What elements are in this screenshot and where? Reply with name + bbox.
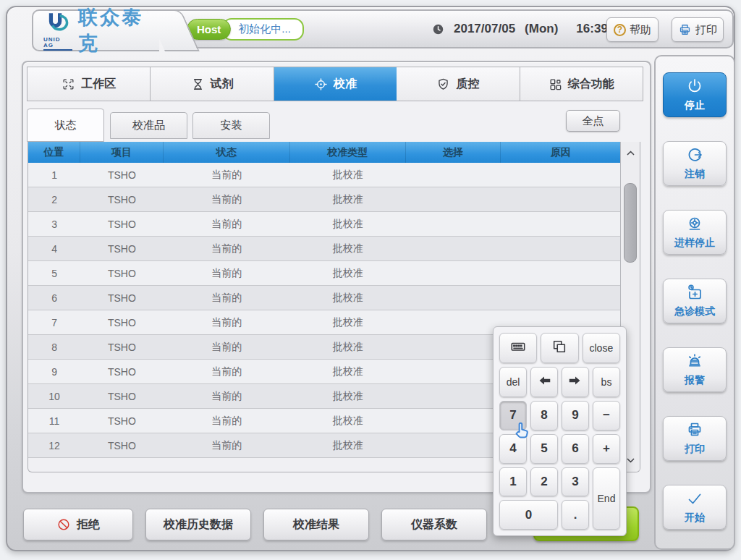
- key-label: End: [598, 493, 616, 504]
- table-cell: [501, 163, 621, 187]
- table-cell: 批校准: [290, 163, 406, 187]
- table-cell: TSHO: [80, 286, 164, 310]
- print-button-header[interactable]: 打印: [672, 17, 724, 42]
- cursor-left-key[interactable]: [530, 367, 558, 397]
- button-label: 停止: [685, 99, 705, 112]
- tab-qc[interactable]: 质控: [397, 67, 520, 101]
- decimal-point-key[interactable]: .: [562, 500, 589, 530]
- table-cell: 批校准: [290, 286, 406, 310]
- table-cell: 当前的: [164, 335, 290, 359]
- arrow-right-icon: [567, 373, 583, 392]
- key-label: 2: [541, 475, 547, 489]
- help-button[interactable]: ? 帮助: [606, 17, 659, 42]
- key-1[interactable]: 1: [499, 467, 527, 497]
- key-8[interactable]: 8: [530, 401, 558, 430]
- weekday-text: (Mon): [525, 22, 558, 36]
- alarm-button[interactable]: 报警: [663, 347, 727, 392]
- end-key[interactable]: End: [593, 467, 620, 530]
- print-button[interactable]: 打印: [663, 416, 727, 461]
- button-label: 校准结果: [293, 517, 339, 533]
- table-cell: 9: [28, 360, 80, 383]
- logout-button[interactable]: 注销: [663, 141, 727, 186]
- button-label: 打印: [685, 443, 705, 456]
- virtual-keyboard-key[interactable]: [499, 333, 537, 363]
- cal-results-button[interactable]: 校准结果: [263, 509, 369, 540]
- button-label: 开始: [685, 512, 705, 525]
- table-cell: TSHO: [80, 433, 164, 457]
- reject-button[interactable]: 拒绝: [23, 509, 133, 540]
- subtab-label: 校准品: [132, 119, 165, 132]
- key-3[interactable]: 3: [562, 467, 589, 497]
- table-cell: 当前的: [164, 237, 290, 260]
- table-cell: [406, 360, 501, 383]
- delete-key[interactable]: del: [499, 367, 527, 397]
- sidebar: 停止注销进样停止急诊模式报警打印开始: [654, 55, 735, 550]
- subtab-status[interactable]: 状态: [27, 109, 104, 142]
- key-label: close: [589, 342, 613, 354]
- table-row[interactable]: 1TSHO当前的批校准: [28, 163, 621, 187]
- key-9[interactable]: 9: [562, 401, 589, 430]
- key-4[interactable]: 4: [499, 434, 527, 464]
- key-label: 4: [509, 441, 516, 456]
- table-cell: 6: [28, 286, 80, 310]
- table-cell: 批校准: [290, 433, 406, 457]
- backspace-key[interactable]: bs: [593, 367, 620, 397]
- key-2[interactable]: 2: [530, 467, 558, 497]
- button-label: 急诊模式: [674, 305, 715, 318]
- button-label: 拒绝: [77, 517, 100, 533]
- tab-reagent[interactable]: 试剂: [151, 67, 274, 101]
- key-6[interactable]: 6: [562, 434, 589, 464]
- tab-workspace[interactable]: 工作区: [27, 67, 151, 101]
- tab-calibration[interactable]: 校准: [274, 67, 397, 101]
- key-7[interactable]: 7: [499, 401, 527, 430]
- subtab-calibrator[interactable]: 校准品: [110, 112, 187, 139]
- plus-key[interactable]: +: [593, 434, 620, 464]
- power-icon: [686, 77, 703, 97]
- subtab-install[interactable]: 安装: [192, 112, 270, 139]
- clock-icon: [432, 23, 444, 35]
- table-row[interactable]: 3TSHO当前的批校准: [28, 212, 621, 237]
- table-row[interactable]: 4TSHO当前的批校准: [28, 237, 621, 261]
- minus-key[interactable]: −: [593, 401, 620, 430]
- tab-label: 校准: [334, 77, 357, 92]
- table-row[interactable]: 5TSHO当前的批校准: [28, 261, 621, 286]
- emergency-mode-button[interactable]: 急诊模式: [663, 279, 727, 323]
- close-key[interactable]: close: [583, 333, 620, 363]
- button-label: 进样停止: [674, 237, 715, 250]
- keyboard-icon: [510, 339, 526, 358]
- cal-history-button[interactable]: 校准历史数据: [145, 509, 251, 540]
- table-cell: TSHO: [80, 335, 164, 359]
- table-cell: 1: [28, 163, 80, 187]
- start-button[interactable]: 开始: [663, 485, 727, 530]
- question-icon: ?: [614, 24, 626, 36]
- all-points-button[interactable]: 全点: [566, 110, 620, 132]
- table-cell: 批校准: [290, 237, 406, 260]
- table-row[interactable]: 6TSHO当前的批校准: [28, 286, 621, 310]
- subtab-label: 状态: [55, 119, 77, 132]
- datetime-group: 2017/07/05 (Mon) 16:39: [432, 11, 608, 47]
- emergency-icon: [686, 284, 703, 303]
- table-cell: TSHO: [80, 409, 164, 433]
- date-text: 2017/07/05: [454, 22, 515, 36]
- key-0[interactable]: 0: [499, 500, 558, 530]
- instrument-factors-button[interactable]: 仪器系数: [381, 509, 487, 540]
- table-cell: TSHO: [80, 187, 164, 211]
- key-label: 6: [572, 441, 578, 456]
- numeric-keypad: closedelbs789−456+123End0.: [493, 326, 627, 536]
- button-label: 校准历史数据: [164, 517, 233, 533]
- window-switch-key[interactable]: [541, 333, 578, 363]
- key-5[interactable]: 5: [530, 434, 558, 464]
- bottom-button-bar: 拒绝校准历史数据校准结果仪器系数: [22, 509, 487, 542]
- table-cell: 当前的: [164, 409, 290, 433]
- table-row[interactable]: 2TSHO当前的批校准: [28, 187, 621, 212]
- scroll-up-button[interactable]: [621, 144, 640, 161]
- table-cell: 当前的: [164, 360, 290, 383]
- table-cell: [406, 261, 501, 285]
- sampler-stop-button[interactable]: 进样停止: [663, 210, 727, 255]
- table-cell: TSHO: [80, 310, 164, 334]
- tab-functions[interactable]: 综合功能: [520, 67, 643, 101]
- stop-button[interactable]: 停止: [663, 72, 727, 117]
- alarm-icon: [686, 352, 703, 372]
- cursor-right-key[interactable]: [562, 367, 589, 397]
- scrollbar-thumb[interactable]: [624, 183, 637, 263]
